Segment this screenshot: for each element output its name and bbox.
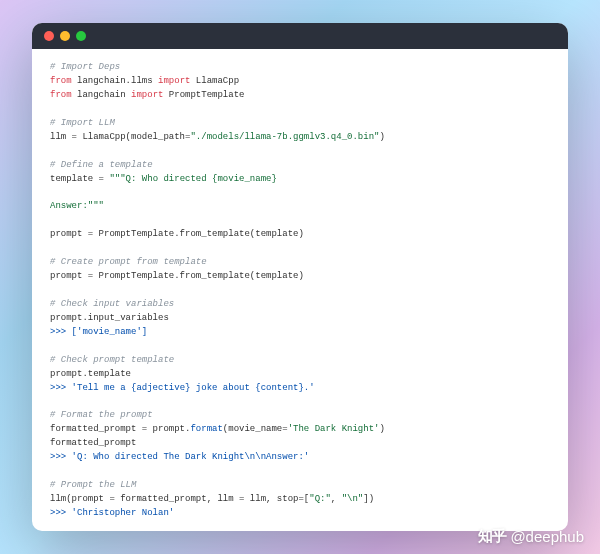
txt: template = bbox=[50, 174, 109, 184]
str: "\n" bbox=[342, 494, 364, 504]
txt: llm(prompt = formatted_prompt, llm = llm… bbox=[50, 494, 309, 504]
txt: ) bbox=[379, 424, 384, 434]
titlebar bbox=[32, 23, 568, 49]
str: "Q:" bbox=[309, 494, 331, 504]
txt: llm = LlamaCpp(model_path= bbox=[50, 132, 190, 142]
txt: (movie_name= bbox=[223, 424, 288, 434]
fn: format bbox=[190, 424, 222, 434]
txt: formatted_prompt bbox=[50, 438, 136, 448]
txt: prompt = PromptTemplate.from_template(te… bbox=[50, 229, 304, 239]
code-window: # Import Deps from langchain.llms import… bbox=[32, 23, 568, 531]
repl: >>> bbox=[50, 383, 72, 393]
minimize-icon[interactable] bbox=[60, 31, 70, 41]
comment: # Check prompt template bbox=[50, 355, 174, 365]
comment: # Define a template bbox=[50, 160, 153, 170]
kw: from bbox=[50, 90, 72, 100]
txt: ) bbox=[379, 132, 384, 142]
txt: LlamaCpp bbox=[190, 76, 239, 86]
watermark-handle: @deephub bbox=[510, 528, 584, 545]
txt: langchain bbox=[72, 90, 131, 100]
str: "./models/llama-7b.ggmlv3.q4_0.bin" bbox=[190, 132, 379, 142]
repl-out: 'Tell me a {adjective} joke about {conte… bbox=[72, 383, 315, 393]
comment: # Create prompt from template bbox=[50, 257, 207, 267]
code-content: # Import Deps from langchain.llms import… bbox=[32, 49, 568, 531]
kw: import bbox=[158, 76, 190, 86]
repl: >>> bbox=[50, 508, 72, 518]
zhihu-icon: 知乎 bbox=[478, 527, 506, 546]
close-icon[interactable] bbox=[44, 31, 54, 41]
repl-out: ['movie_name'] bbox=[72, 327, 148, 337]
watermark: 知乎 @deephub bbox=[478, 527, 584, 546]
comment: # Prompt the LLM bbox=[50, 480, 136, 490]
zoom-icon[interactable] bbox=[76, 31, 86, 41]
txt: PromptTemplate bbox=[163, 90, 244, 100]
txt: formatted_prompt = prompt. bbox=[50, 424, 190, 434]
repl-out: 'Christopher Nolan' bbox=[72, 508, 175, 518]
comment: # Import LLM bbox=[50, 118, 115, 128]
kw: import bbox=[131, 90, 163, 100]
repl: >>> bbox=[50, 452, 72, 462]
comment: # Format the prompt bbox=[50, 410, 153, 420]
comment: # Check input variables bbox=[50, 299, 174, 309]
txt: prompt.input_variables bbox=[50, 313, 169, 323]
repl: >>> bbox=[50, 327, 72, 337]
txt: prompt = PromptTemplate.from_template(te… bbox=[50, 271, 304, 281]
txt: langchain.llms bbox=[72, 76, 158, 86]
txt: , bbox=[331, 494, 342, 504]
repl-out: 'Q: Who directed The Dark Knight\n\nAnsw… bbox=[72, 452, 310, 462]
str: """Q: Who directed {movie_name} bbox=[109, 174, 276, 184]
str: 'The Dark Knight' bbox=[288, 424, 380, 434]
comment: # Import Deps bbox=[50, 62, 120, 72]
str: Answer:""" bbox=[50, 201, 104, 211]
txt: ]) bbox=[363, 494, 374, 504]
txt: prompt.template bbox=[50, 369, 131, 379]
kw: from bbox=[50, 76, 72, 86]
